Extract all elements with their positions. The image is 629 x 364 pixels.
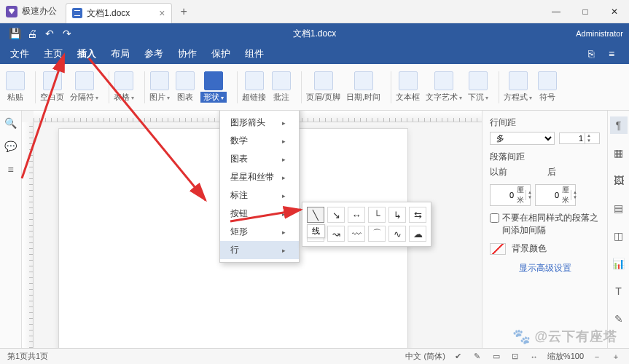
line-spacing-value[interactable]: ▲▼ bbox=[559, 132, 600, 144]
line-shape-elbow[interactable]: └ bbox=[368, 207, 386, 223]
comments-icon[interactable]: 💬 bbox=[4, 140, 17, 153]
after-label: 后 bbox=[547, 166, 601, 178]
separator bbox=[237, 71, 238, 103]
ribbon-image[interactable]: 图片▾ bbox=[149, 71, 170, 103]
menu-collab[interactable]: 协作 bbox=[178, 47, 197, 60]
outline-icon[interactable]: ≡ bbox=[4, 163, 17, 176]
line-shape-diagonal[interactable]: ╲ bbox=[307, 207, 324, 223]
zoom-label[interactable]: 缩放%100 bbox=[547, 351, 584, 362]
document-title: 文档1.docx bbox=[293, 28, 336, 40]
user-label: Administrator bbox=[576, 29, 623, 38]
paragraph-tool-icon[interactable]: ¶ bbox=[610, 116, 628, 134]
menu-file[interactable]: 文件 bbox=[10, 47, 29, 60]
menu-protect[interactable]: 保护 bbox=[211, 47, 230, 60]
shape-menu-lines[interactable]: 行▸ bbox=[220, 241, 299, 259]
ribbon-header-footer[interactable]: 页眉/页脚 bbox=[306, 71, 340, 103]
search-icon[interactable]: 🔍 bbox=[4, 116, 17, 130]
before-label: 以前 bbox=[490, 166, 543, 178]
line-shape-curve-arrow[interactable]: ↝ bbox=[327, 226, 345, 242]
menu-layout[interactable]: 布局 bbox=[111, 47, 130, 60]
menu-insert[interactable]: 插入 bbox=[77, 47, 96, 60]
line-tooltip: 线 bbox=[307, 224, 325, 238]
line-shape-double-arrow[interactable]: ↔ bbox=[348, 207, 365, 223]
close-tab-icon[interactable]: × bbox=[159, 7, 165, 19]
fit-page-icon[interactable]: ⊡ bbox=[509, 351, 521, 363]
vertical-ruler[interactable] bbox=[22, 122, 34, 348]
spacing-before-input[interactable]: 厘米▲▼ bbox=[490, 184, 531, 206]
shape-menu-math[interactable]: 数学▸ bbox=[220, 132, 299, 150]
table-tool-icon[interactable]: ▦ bbox=[610, 144, 628, 162]
tab-title: 文档1.docx bbox=[87, 7, 130, 20]
line-shape-freeform[interactable]: ⌒ bbox=[368, 226, 386, 242]
separator bbox=[301, 71, 302, 103]
menubar: 文件 主页 插入 布局 参考 协作 保护 组件 ⎘ ≡ bbox=[0, 44, 629, 64]
chevron-right-icon: ▸ bbox=[282, 192, 286, 199]
line-spacing-select[interactable]: 多 bbox=[490, 132, 555, 145]
chevron-right-icon: ▸ bbox=[282, 138, 286, 145]
minimize-button[interactable]: — bbox=[542, 0, 571, 23]
ribbon-blank-page[interactable]: 空白页 bbox=[40, 71, 64, 103]
ribbon-date[interactable]: 日期,时间 bbox=[346, 71, 380, 103]
close-window-button[interactable]: ✕ bbox=[600, 0, 629, 23]
doc-icon bbox=[72, 8, 82, 18]
shape-menu-rectangles[interactable]: 矩形▸ bbox=[220, 223, 299, 241]
print-icon[interactable]: 🖨 bbox=[23, 25, 41, 42]
fit-width-icon[interactable]: ↔ bbox=[528, 351, 540, 363]
ribbon-chart[interactable]: 图表 bbox=[176, 71, 195, 103]
ribbon-hyperlink[interactable]: 超链接 bbox=[242, 71, 266, 103]
maximize-button[interactable]: □ bbox=[571, 0, 600, 23]
advanced-settings-link[interactable]: 显示高级设置 bbox=[490, 262, 600, 274]
spellcheck-icon[interactable]: ✔ bbox=[453, 351, 464, 363]
ribbon-paste[interactable]: 粘贴 bbox=[6, 71, 25, 103]
menu-components[interactable]: 组件 bbox=[245, 47, 264, 60]
ribbon-wordart[interactable]: 文字艺术▾ bbox=[426, 71, 462, 103]
shape-menu-callouts[interactable]: 标注▸ bbox=[220, 186, 299, 205]
ribbon-equation[interactable]: 方程式▾ bbox=[504, 71, 532, 103]
text-tool-icon[interactable]: T bbox=[610, 282, 628, 300]
shape-menu-buttons[interactable]: 按钮▸ bbox=[220, 205, 299, 223]
ribbon-page-break[interactable]: 分隔符▾ bbox=[70, 71, 98, 103]
document-tab[interactable]: 文档1.docx × bbox=[66, 3, 172, 23]
ribbon-symbol[interactable]: 符号 bbox=[538, 71, 557, 103]
headerfooter-tool-icon[interactable]: ▤ bbox=[610, 199, 628, 217]
undo-icon[interactable]: ↶ bbox=[41, 25, 58, 42]
bg-color-picker[interactable]: 背景颜色 bbox=[490, 242, 600, 255]
redo-icon[interactable]: ↷ bbox=[58, 25, 76, 42]
save-icon[interactable]: 💾 bbox=[6, 25, 23, 42]
ribbon-table[interactable]: 表格▾ bbox=[114, 71, 134, 103]
right-toolbar: ¶ ▦ 🖼 ▤ ◫ 📊 T ✎ bbox=[607, 111, 629, 348]
line-shape-wave[interactable]: 〰 bbox=[348, 226, 365, 242]
menu-more-icon[interactable]: ≡ bbox=[601, 44, 622, 64]
page-info[interactable]: 第1页共1页 bbox=[7, 351, 48, 362]
language-label[interactable]: 中文 (简体) bbox=[405, 351, 445, 362]
menu-home[interactable]: 主页 bbox=[44, 47, 63, 60]
ribbon-shape[interactable]: 形状▾ bbox=[200, 71, 227, 103]
image-tool-icon[interactable]: 🖼 bbox=[610, 172, 628, 189]
shape-tool-icon[interactable]: ◫ bbox=[610, 227, 628, 245]
shape-menu-arrows[interactable]: 图形箭头▸ bbox=[220, 114, 299, 132]
shape-menu-charts[interactable]: 图表▸ bbox=[220, 150, 299, 168]
line-shape-elbow-double[interactable]: ⇆ bbox=[409, 207, 426, 223]
chevron-right-icon: ▸ bbox=[282, 247, 286, 254]
ribbon-dropcap[interactable]: 下沉▾ bbox=[468, 71, 488, 103]
view-mode-icon[interactable]: ▭ bbox=[491, 351, 502, 363]
line-shape-cloud[interactable]: ☁ bbox=[409, 226, 426, 242]
zoom-out-icon[interactable]: − bbox=[591, 351, 603, 363]
menu-references[interactable]: 参考 bbox=[144, 47, 163, 60]
document-canvas[interactable]: 基本形状▸ 图形箭头▸ 数学▸ 图表▸ 星星和丝带▸ 标注▸ 按钮▸ 矩形▸ 行… bbox=[22, 111, 482, 348]
add-tab-button[interactable]: + bbox=[181, 5, 187, 18]
line-shape-scribble[interactable]: ∿ bbox=[388, 226, 406, 242]
ribbon-comment[interactable]: 批注 bbox=[272, 71, 291, 103]
line-shape-elbow-arrow[interactable]: ↳ bbox=[388, 207, 406, 223]
chart-tool-icon[interactable]: 📊 bbox=[610, 255, 628, 272]
same-style-spacing-checkbox[interactable] bbox=[490, 213, 499, 223]
ribbon-textbox[interactable]: 文本框 bbox=[396, 71, 420, 103]
zoom-in-icon[interactable]: + bbox=[610, 351, 622, 363]
spacing-after-input[interactable]: 厘米▲▼ bbox=[535, 184, 576, 206]
shape-menu-stars[interactable]: 星星和丝带▸ bbox=[220, 168, 299, 186]
signature-tool-icon[interactable]: ✎ bbox=[610, 310, 628, 328]
titlebar: 极速办公 文档1.docx × + — □ ✕ bbox=[0, 0, 629, 23]
track-changes-icon[interactable]: ✎ bbox=[472, 351, 483, 363]
line-shape-arrow[interactable]: ↘ bbox=[327, 207, 345, 223]
open-file-icon[interactable]: ⎘ bbox=[581, 44, 601, 64]
